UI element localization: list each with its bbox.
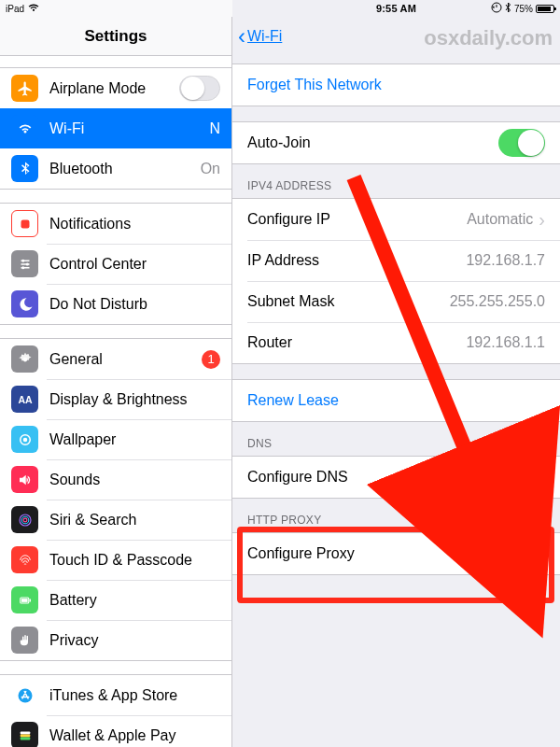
sidebar-item-wifi[interactable]: Wi-Fi N (0, 108, 231, 148)
sidebar-item-dnd[interactable]: Do Not Disturb (0, 284, 231, 324)
sidebar-item-sounds[interactable]: Sounds (0, 459, 231, 500)
svg-point-3 (25, 262, 28, 265)
sidebar-item-label: Wallpaper (49, 431, 220, 448)
svg-rect-13 (29, 599, 31, 601)
fingerprint-icon (11, 546, 38, 573)
sounds-icon (11, 466, 38, 493)
chevron-right-icon: › (539, 467, 545, 488)
sidebar-item-label: Do Not Disturb (49, 296, 220, 313)
subnet-value: 255.255.255.0 (450, 293, 545, 310)
sidebar-item-itunes[interactable]: iTunes & App Store (0, 675, 231, 715)
sidebar-item-wallet[interactable]: Wallet & Apple Pay (0, 715, 231, 747)
configure-dns-row[interactable]: Configure DNS Manual › (232, 457, 560, 498)
appstore-icon (11, 682, 38, 709)
proxy-header: HTTP PROXY (232, 499, 560, 532)
svg-rect-18 (20, 737, 30, 740)
sidebar-item-notifications[interactable]: Notifications (0, 204, 231, 244)
ip-address-value: 192.168.1.7 (466, 252, 545, 269)
battery-icon (11, 586, 38, 613)
subnet-row: Subnet Mask 255.255.255.0 (232, 281, 560, 322)
airplane-toggle[interactable] (179, 76, 220, 101)
settings-title: Settings (84, 27, 147, 46)
gear-icon (11, 345, 38, 373)
sidebar-item-value: N (209, 120, 220, 137)
autojoin-toggle[interactable] (498, 129, 545, 157)
configure-proxy-row[interactable]: Configure Proxy Off › (232, 533, 560, 574)
ipv4-header: IPV4 ADDRESS (232, 164, 560, 198)
watermark: osxdaily.com (424, 26, 553, 50)
sidebar-item-bluetooth[interactable]: Bluetooth On (0, 148, 231, 189)
sidebar-item-label: Sounds (49, 472, 220, 488)
ip-address-row: IP Address 192.168.1.7 (232, 240, 560, 281)
sidebar-item-battery[interactable]: Battery (0, 580, 231, 620)
renew-lease-label: Renew Lease (247, 392, 545, 409)
sidebar-item-label: Wallet & Apple Pay (49, 727, 220, 744)
configure-proxy-value: Off (513, 545, 533, 562)
autojoin-row: Auto-Join (232, 122, 560, 163)
sidebar-item-label: Display & Brightness (49, 391, 220, 408)
svg-rect-1 (21, 219, 29, 228)
svg-point-10 (21, 516, 29, 524)
sidebar-item-touchid[interactable]: Touch ID & Passcode (0, 540, 231, 580)
chevron-right-icon: › (539, 209, 545, 231)
sidebar-item-general[interactable]: General 1 (0, 339, 231, 379)
sidebar-item-privacy[interactable]: Privacy (0, 620, 231, 660)
svg-point-15 (18, 688, 32, 702)
forget-network-button[interactable]: Forget This Network (232, 64, 560, 106)
privacy-icon (11, 627, 38, 654)
configure-dns-value: Manual (484, 469, 533, 486)
router-label: Router (247, 334, 466, 351)
sidebar-item-label: Airplane Mode (49, 80, 179, 97)
wifi-status-icon (28, 4, 39, 14)
sidebar-item-controlcenter[interactable]: Control Center (0, 244, 231, 284)
svg-point-8 (22, 437, 27, 442)
sidebar-item-siri[interactable]: Siri & Search (0, 500, 231, 540)
configure-dns-label: Configure DNS (247, 469, 484, 486)
configure-ip-label: Configure IP (247, 211, 467, 228)
configure-proxy-label: Configure Proxy (247, 545, 513, 562)
sidebar-item-label: Bluetooth (49, 161, 201, 177)
sidebar-item-airplane[interactable]: Airplane Mode (0, 68, 231, 108)
sidebar-item-label: Notifications (49, 216, 220, 233)
controlcenter-icon (11, 250, 38, 277)
configure-ip-value: Automatic (467, 211, 533, 228)
wallpaper-icon (11, 426, 38, 453)
svg-rect-17 (20, 734, 30, 737)
bluetooth-status-icon (505, 2, 511, 15)
router-value: 192.168.1.1 (466, 334, 545, 351)
siri-icon (11, 506, 38, 533)
svg-point-4 (21, 266, 24, 269)
wallet-icon (11, 722, 38, 747)
chevron-left-icon: ‹ (238, 25, 245, 48)
sidebar-item-label: Wi-Fi (49, 120, 209, 137)
router-row: Router 192.168.1.1 (232, 322, 560, 363)
back-label: Wi-Fi (247, 28, 282, 45)
device-label: iPad (6, 4, 24, 14)
configure-ip-row[interactable]: Configure IP Automatic › (232, 199, 560, 240)
sidebar-item-label: General (49, 351, 202, 368)
subnet-label: Subnet Mask (247, 293, 450, 310)
svg-point-11 (23, 518, 27, 522)
sidebar-item-label: Privacy (49, 632, 220, 649)
sidebar-item-label: iTunes & App Store (49, 687, 220, 704)
sidebar-item-label: Battery (49, 592, 220, 609)
back-button[interactable]: ‹ Wi-Fi (238, 17, 282, 56)
forget-network-label: Forget This Network (247, 77, 545, 93)
sidebar-item-label: Control Center (49, 256, 220, 273)
renew-lease-button[interactable]: Renew Lease (232, 380, 560, 421)
battery-pct: 75% (514, 4, 533, 14)
status-time: 9:55 AM (376, 3, 416, 14)
battery-icon (536, 5, 554, 13)
sidebar-item-label: Touch ID & Passcode (49, 552, 220, 569)
svg-rect-14 (21, 599, 27, 602)
moon-icon (11, 290, 38, 317)
wifi-icon (11, 115, 38, 142)
airplane-icon (11, 75, 38, 102)
bluetooth-icon (11, 155, 38, 182)
svg-rect-16 (20, 731, 30, 734)
sidebar-item-wallpaper[interactable]: Wallpaper (0, 419, 231, 459)
sidebar-item-display[interactable]: AA Display & Brightness (0, 379, 231, 419)
svg-point-2 (21, 259, 24, 261)
dns-header: DNS (232, 422, 560, 456)
orientation-lock-icon (491, 2, 502, 15)
